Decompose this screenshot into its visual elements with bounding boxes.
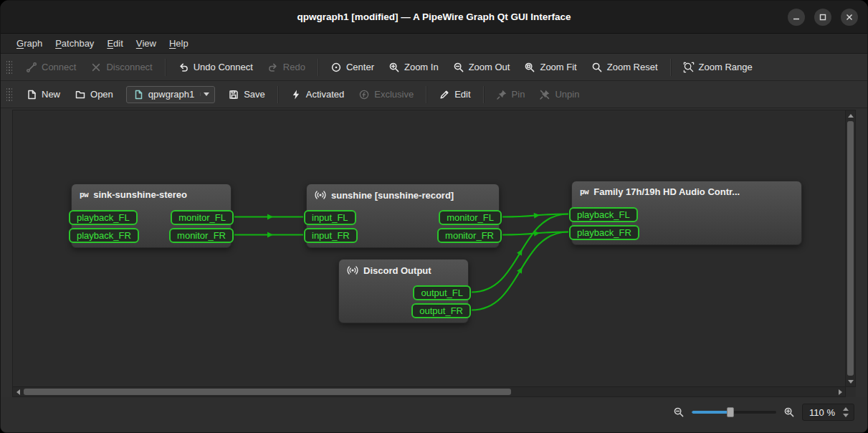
combo-dropdown-arrow[interactable] xyxy=(200,92,212,96)
connect-icon xyxy=(26,62,37,73)
window-controls xyxy=(788,1,858,33)
undo-connect-button[interactable]: Undo Connect xyxy=(171,58,259,77)
open-button[interactable]: Open xyxy=(68,85,120,104)
pin-icon xyxy=(496,89,507,100)
port-monitor_FR[interactable]: monitor_FR xyxy=(437,228,502,243)
edit-toggle[interactable]: Edit xyxy=(432,85,477,104)
zoom-in-button[interactable]: Zoom In xyxy=(382,58,445,77)
unpin-button[interactable]: Unpin xyxy=(533,85,586,104)
disconnect-button-label: Disconnect xyxy=(106,62,152,72)
scroll-right-arrow[interactable] xyxy=(835,387,845,396)
unpin-icon xyxy=(539,89,550,100)
save-button[interactable]: Save xyxy=(221,85,272,104)
port-output_FL[interactable]: output_FL xyxy=(413,285,471,300)
port-playback_FL[interactable]: playback_FL xyxy=(569,207,638,222)
toolbar-drag-handle[interactable] xyxy=(6,87,12,103)
horizontal-scrollbar[interactable] xyxy=(12,387,846,397)
port-monitor_FL[interactable]: monitor_FL xyxy=(439,210,502,225)
horizontal-scroll-thumb[interactable] xyxy=(24,389,511,395)
open-folder-icon xyxy=(75,89,86,100)
zoom-slider-groove xyxy=(692,411,776,414)
scroll-left-arrow[interactable] xyxy=(13,387,23,396)
node-header: sunshine [sunshine-record] xyxy=(307,184,499,201)
zoom-controls: 110 % xyxy=(673,404,854,421)
zoom-range-button[interactable]: Zoom Range xyxy=(677,58,759,77)
menu-view[interactable]: View xyxy=(130,34,163,53)
center-button-label: Center xyxy=(346,62,374,72)
undo-connect-button-label: Undo Connect xyxy=(194,62,253,72)
zoom-out-button[interactable]: Zoom Out xyxy=(447,58,517,77)
toolbar-separator xyxy=(165,59,166,76)
center-button[interactable]: Center xyxy=(324,58,381,77)
scroll-down-arrow[interactable] xyxy=(846,376,855,386)
edit-icon xyxy=(439,89,450,100)
horizontal-scroll-track[interactable] xyxy=(23,387,835,396)
toolbar-drag-handle[interactable] xyxy=(6,60,12,75)
zoom-in-button-label: Zoom In xyxy=(404,62,439,72)
port-playback_FL[interactable]: playback_FL xyxy=(69,210,138,225)
node-discord[interactable]: Discord Outputoutput_FLoutput_FR xyxy=(338,259,469,323)
zoom-spin-down[interactable] xyxy=(843,414,849,417)
node-title: Discord Output xyxy=(363,265,431,276)
connect-button-label: Connect xyxy=(42,62,76,72)
pipewire-icon: pw xyxy=(580,187,588,196)
node-title: Family 17h/19h HD Audio Contr... xyxy=(593,186,740,197)
zoom-fit-button[interactable]: Zoom Fit xyxy=(518,58,583,77)
zoom-out-icon[interactable] xyxy=(673,406,685,418)
port-monitor_FR[interactable]: monitor_FR xyxy=(169,228,234,243)
port-monitor_FL[interactable]: monitor_FL xyxy=(171,210,234,225)
zoom-value: 110 % xyxy=(809,407,835,418)
zoom-in-icon[interactable] xyxy=(783,406,795,418)
vertical-scroll-thumb[interactable] xyxy=(847,121,854,376)
vertical-scroll-track[interactable] xyxy=(846,120,855,376)
node-sunshine[interactable]: sunshine [sunshine-record]input_FLinput_… xyxy=(306,184,500,248)
zoom-spinbox[interactable]: 110 % xyxy=(802,404,854,421)
maximize-icon xyxy=(819,11,826,24)
edit-toggle-label: Edit xyxy=(454,89,470,100)
speaker-icon xyxy=(315,189,326,201)
center-icon xyxy=(330,62,342,73)
zoom-fit-icon xyxy=(524,62,535,73)
zoom-slider[interactable] xyxy=(692,406,776,418)
port-input_FL[interactable]: input_FL xyxy=(304,210,356,225)
redo-icon xyxy=(267,62,279,73)
save-button-label: Save xyxy=(244,89,265,100)
pin-button-label: Pin xyxy=(512,89,525,100)
vertical-scrollbar[interactable] xyxy=(846,110,856,387)
toolbar-patchbay: NewOpenqpwgraph1SaveActivatedExclusiveEd… xyxy=(1,81,867,108)
zoom-range-button-label: Zoom Range xyxy=(699,62,753,72)
menu-edit[interactable]: Edit xyxy=(100,34,129,53)
port-playback_FR[interactable]: playback_FR xyxy=(69,228,139,243)
exclusive-toggle[interactable]: Exclusive xyxy=(352,85,420,104)
titlebar[interactable]: qpwgraph1 [modified] — A PipeWire Graph … xyxy=(1,1,867,34)
disconnect-button[interactable]: Disconnect xyxy=(84,58,158,77)
close-button[interactable] xyxy=(841,9,858,26)
port-output_FR[interactable]: output_FR xyxy=(411,303,471,318)
pin-button[interactable]: Pin xyxy=(490,85,532,104)
zoom-reset-button[interactable]: Zoom Reset xyxy=(585,58,664,77)
redo-button[interactable]: Redo xyxy=(261,58,312,77)
menu-patchbay[interactable]: Patchbay xyxy=(49,34,100,53)
zoom-fit-button-label: Zoom Fit xyxy=(540,62,576,72)
maximize-button[interactable] xyxy=(814,9,831,26)
new-button[interactable]: New xyxy=(19,85,67,104)
node-header: pwFamily 17h/19h HD Audio Contr... xyxy=(572,181,801,197)
canvas-area: pwsink-sunshine-stereoplayback_FLplaybac… xyxy=(12,110,856,397)
node-family[interactable]: pwFamily 17h/19h HD Audio Contr...playba… xyxy=(571,181,802,245)
scroll-up-arrow[interactable] xyxy=(846,110,855,120)
scrollbar-corner xyxy=(846,387,856,397)
connect-button[interactable]: Connect xyxy=(19,58,82,77)
menu-graph[interactable]: Graph xyxy=(10,34,49,53)
port-playback_FR[interactable]: playback_FR xyxy=(569,225,639,240)
port-input_FR[interactable]: input_FR xyxy=(304,228,358,243)
node-sink[interactable]: pwsink-sunshine-stereoplayback_FLplaybac… xyxy=(71,184,232,248)
zoom-slider-fill xyxy=(692,411,730,414)
zoom-spin-up[interactable] xyxy=(843,407,849,411)
menu-help[interactable]: Help xyxy=(163,34,195,53)
file-icon xyxy=(133,89,144,100)
canvas-viewport[interactable]: pwsink-sunshine-stereoplayback_FLplaybac… xyxy=(12,110,846,387)
activated-toggle[interactable]: Activated xyxy=(284,85,350,104)
patchbay-profile-combo[interactable]: qpwgraph1 xyxy=(126,86,215,103)
zoom-slider-handle[interactable] xyxy=(727,407,734,417)
minimize-button[interactable] xyxy=(788,9,805,26)
